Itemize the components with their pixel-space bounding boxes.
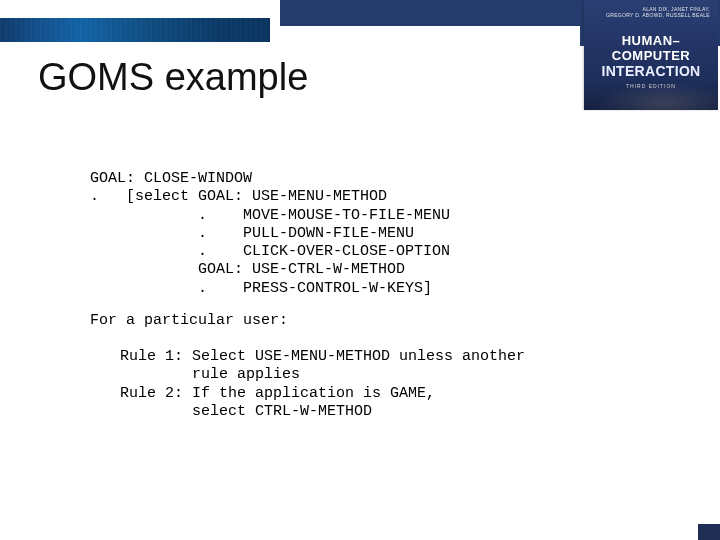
rule-1-line-a: Rule 1: Select USE-MENU-METHOD unless an… — [120, 348, 525, 365]
goms-line-3: . MOVE-MOUSE-TO-FILE-MENU — [90, 207, 450, 224]
rule-2-line-a: Rule 2: If the application is GAME, — [120, 385, 435, 402]
goms-line-6: GOAL: USE-CTRL-W-METHOD — [90, 261, 405, 278]
goms-line-2: . [select GOAL: USE-MENU-METHOD — [90, 188, 387, 205]
book-title-line1: HUMAN–COMPUTER — [584, 33, 718, 63]
corner-accent — [698, 524, 720, 540]
rule-2-line-b: select CTRL-W-METHOD — [120, 403, 372, 420]
book-authors-line2: GREGORY D. ABOWD, RUSSELL BEALE — [592, 12, 710, 18]
book-cover: ALAN DIX, JANET FINLAY, GREGORY D. ABOWD… — [584, 0, 718, 110]
rule-1-line-b: rule applies — [120, 366, 300, 383]
goms-line-7: . PRESS-CONTROL-W-KEYS] — [90, 280, 432, 297]
goms-line-4: . PULL-DOWN-FILE-MENU — [90, 225, 414, 242]
rules-subhead: For a particular user: — [90, 312, 288, 329]
goms-code: GOAL: CLOSE-WINDOW . [select GOAL: USE-M… — [90, 170, 450, 298]
goms-line-5: . CLICK-OVER-CLOSE-OPTION — [90, 243, 450, 260]
banner-pattern-left — [0, 18, 270, 42]
slide-title: GOMS example — [38, 56, 308, 99]
book-authors: ALAN DIX, JANET FINLAY, GREGORY D. ABOWD… — [584, 0, 718, 19]
book-cover-art — [584, 78, 718, 110]
rules-block: Rule 1: Select USE-MENU-METHOD unless an… — [120, 348, 525, 421]
book-title-line2: INTERACTION — [584, 63, 718, 79]
goms-line-1: GOAL: CLOSE-WINDOW — [90, 170, 252, 187]
